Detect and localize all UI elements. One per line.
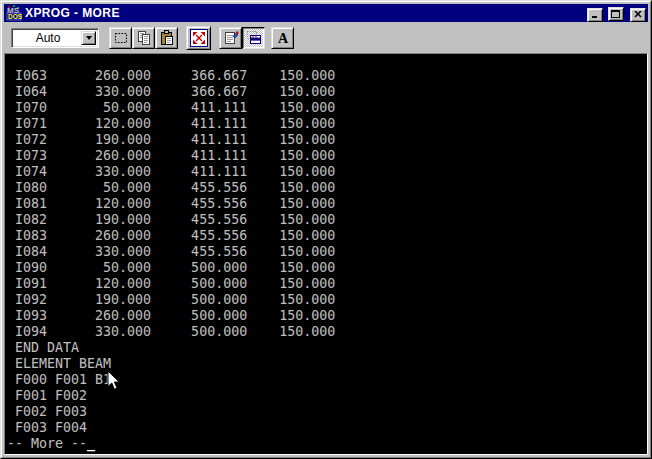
console-line: I071 120.000 411.111 150.000 — [7, 116, 645, 132]
console-line: -- More --_ — [7, 436, 645, 452]
console-line: ELEMENT BEAM — [7, 356, 645, 372]
background-button[interactable] — [242, 27, 265, 49]
window-title: XPROG - MORE — [25, 5, 584, 21]
close-icon — [634, 11, 642, 18]
mark-button[interactable] — [109, 27, 132, 49]
window-controls — [587, 4, 646, 22]
console-line: END DATA — [7, 340, 645, 356]
console-line: I063 260.000 366.667 150.000 — [7, 68, 645, 84]
close-button[interactable] — [630, 8, 646, 22]
svg-text:DOS: DOS — [8, 13, 22, 20]
font-button[interactable]: A — [271, 27, 294, 49]
font-size-combobox[interactable]: Auto — [11, 28, 99, 48]
console-lines: I063 260.000 366.667 150.000 I064 330.00… — [5, 54, 647, 452]
console-line: I072 190.000 411.111 150.000 — [7, 132, 645, 148]
paste-clipboard-icon — [159, 30, 175, 46]
console-line: I084 330.000 455.556 150.000 — [7, 244, 645, 260]
properties-sheet-icon — [223, 30, 239, 46]
console-line: I064 330.000 366.667 150.000 — [7, 84, 645, 100]
combo-dropdown-button[interactable] — [81, 31, 96, 45]
console-line: F003 F004 — [7, 420, 645, 436]
console-line: F001 F002 — [7, 388, 645, 404]
console-line: I073 260.000 411.111 150.000 — [7, 148, 645, 164]
console-line: I070 50.000 411.111 150.000 — [7, 100, 645, 116]
console-line: I094 330.000 500.000 150.000 — [7, 324, 645, 340]
selection-marquee-icon — [113, 30, 129, 46]
console-line: I091 120.000 500.000 150.000 — [7, 276, 645, 292]
console-line: I083 260.000 455.556 150.000 — [7, 228, 645, 244]
svg-text:A: A — [277, 31, 288, 46]
console-line: I074 330.000 411.111 150.000 — [7, 164, 645, 180]
console-line: I080 50.000 455.556 150.000 — [7, 180, 645, 196]
ms-dos-icon[interactable]: MS DOS — [6, 5, 22, 21]
xprog-window: MS DOS XPROG - MORE Auto — [0, 0, 652, 459]
console[interactable]: I063 260.000 366.667 150.000 I064 330.00… — [4, 53, 648, 455]
window-frame: MS DOS XPROG - MORE Auto — [1, 1, 651, 458]
fullscreen-button[interactable] — [186, 26, 211, 50]
console-line: F002 F003 — [7, 404, 645, 420]
console-line: I093 260.000 500.000 150.000 — [7, 308, 645, 324]
maximize-button[interactable] — [608, 7, 624, 21]
copy-pages-icon — [136, 30, 152, 46]
font-size-value: Auto — [36, 31, 61, 45]
console-line: I090 50.000 500.000 150.000 — [7, 260, 645, 276]
maximize-icon — [611, 10, 620, 18]
title-bar[interactable]: MS DOS XPROG - MORE — [4, 4, 648, 22]
copy-button[interactable] — [132, 27, 155, 49]
mouse-pointer-icon — [107, 370, 121, 391]
background-windows-icon — [246, 30, 262, 46]
minimize-button[interactable] — [587, 8, 603, 22]
console-line: F000 F001 B1 — [7, 372, 645, 388]
minimize-icon — [591, 11, 599, 18]
properties-button[interactable] — [219, 27, 242, 49]
paste-button[interactable] — [155, 27, 178, 49]
toolbar: Auto — [4, 22, 648, 53]
font-letter-a-icon: A — [275, 30, 291, 46]
console-line: I081 120.000 455.556 150.000 — [7, 196, 645, 212]
console-line: I082 190.000 455.556 150.000 — [7, 212, 645, 228]
console-line: I092 190.000 500.000 150.000 — [7, 292, 645, 308]
fullscreen-arrows-icon — [190, 29, 208, 47]
text-cursor: _ — [87, 436, 95, 451]
